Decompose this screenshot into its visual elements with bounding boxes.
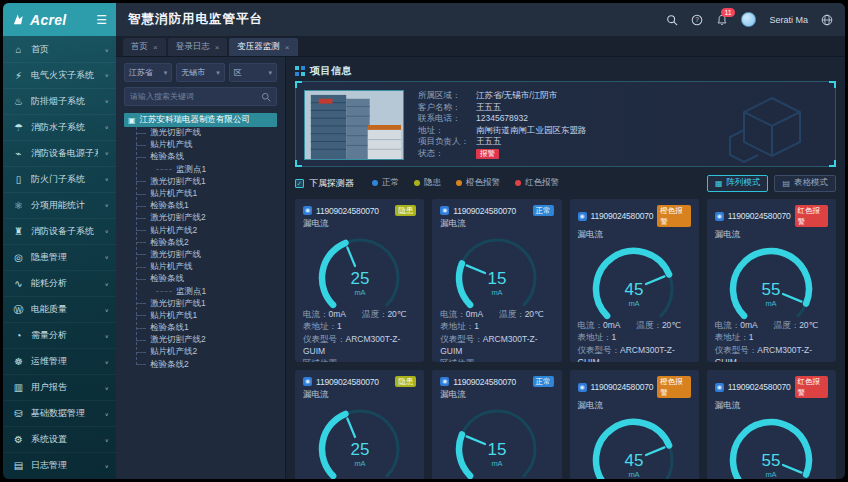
tree-item[interactable]: 检验条线2 [136, 359, 277, 371]
tree-item[interactable]: 贴片机产线 [136, 139, 277, 151]
field-value: 王五五 [476, 102, 502, 114]
tree-item[interactable]: 激光切割产线 [136, 127, 277, 139]
temperature-field: 温度：20℃ [499, 308, 544, 320]
detector-card[interactable]: ◉ 11909024580070 正常 漏电流 15mA 电流：0mA 温度：2… [432, 199, 561, 362]
detector-card[interactable]: ◉ 11909024580070 正常 漏电流 15mA 电流：0mA 温度：2… [432, 370, 561, 479]
tree-item[interactable]: 贴片机产线1 [136, 188, 277, 200]
field-label: 客户名称： [418, 102, 476, 114]
svg-text:15: 15 [487, 440, 506, 459]
sidebar-menu-item[interactable]: ▯ 防火门子系统 ∨ [3, 166, 116, 192]
card-header: ◉ 11909024580070 红色报警 [715, 376, 828, 398]
leakage-gauge: 55mA [715, 410, 827, 479]
tree-item[interactable]: 贴片机产线2 [136, 225, 277, 237]
tab[interactable]: 首页 × [123, 38, 166, 56]
sidebar-menu-item[interactable]: ◎ 隐患管理 ∨ [3, 244, 116, 270]
tree-item[interactable]: 激光切割产线1 [136, 298, 277, 310]
detector-card[interactable]: ◉ 11909024580070 橙色报警 漏电流 45mA 电流：0mA 温度… [570, 370, 699, 479]
status-badge: 隐患 [395, 205, 416, 216]
close-icon[interactable]: × [153, 43, 158, 52]
status-dot [372, 180, 378, 186]
mode-button[interactable]: ▦ 阵列模式 [707, 175, 769, 192]
mode-button[interactable]: ▤ 表格模式 [774, 175, 836, 192]
tree-root-company[interactable]: ▣ 江苏安科瑞电器制造有限公司 [124, 113, 277, 127]
field-value: 江苏省/无锡市/江阴市 [476, 90, 557, 102]
detector-card[interactable]: ◉ 11909024580070 红色报警 漏电流 55mA 电流：0mA 温度… [707, 370, 836, 479]
legend-label: 隐患 [424, 177, 441, 189]
tree-item[interactable]: 监测点1 [136, 285, 277, 297]
sidebar-menu-item[interactable]: ⚛ 分项用能统计 ∨ [3, 192, 116, 218]
detector-card[interactable]: ◉ 11909024580070 隐患 漏电流 25mA 电流：0mA 温度：2… [295, 199, 424, 362]
device-serial: 11909024580070 [728, 382, 791, 392]
tree-item-label: 检验条线2 [150, 359, 189, 371]
search-icon[interactable] [261, 92, 271, 102]
company-icon: ▣ [128, 116, 136, 125]
tab[interactable]: 登录日志 × [168, 38, 228, 56]
tree-item[interactable]: 激光切割产线2 [136, 334, 277, 346]
status-badge: 橙色报警 [657, 205, 690, 227]
sidebar-menu-item[interactable]: ⌁ 消防设备电源子系统 ∨ [3, 140, 116, 166]
table-icon: ▤ [782, 179, 790, 188]
area-field: 区域位置：高低压配电房/高低压配电房/高低压配电房 [303, 357, 416, 362]
tree-item[interactable]: 检验条线2 [136, 237, 277, 249]
tree-item[interactable]: 检验条线1 [136, 322, 277, 334]
leakage-gauge: 15mA [441, 399, 553, 479]
notifications[interactable]: 11 [716, 14, 728, 26]
avatar[interactable] [741, 12, 756, 27]
checkbox-icon[interactable]: ✓ [295, 179, 304, 188]
sidebar-menu-item[interactable]: ⚡ 电气火灾子系统 ∨ [3, 62, 116, 88]
help-icon[interactable]: ? [691, 14, 703, 26]
user-name[interactable]: Serati Ma [769, 15, 808, 25]
device-serial: 11909024580070 [453, 377, 516, 387]
globe-icon[interactable] [821, 14, 833, 26]
tab[interactable]: 变压器监测 × [229, 38, 297, 56]
legend-title: 下属探测器 [309, 177, 354, 190]
tree-item[interactable]: 检验条线 [136, 151, 277, 163]
close-icon[interactable]: × [215, 43, 220, 52]
sidebar-item-label: 消防设备子系统 [31, 225, 98, 238]
sidebar-menu-item[interactable]: ☂ 消防水子系统 ∨ [3, 114, 116, 140]
svg-text:mA: mA [629, 299, 640, 308]
sidebar-menu-item[interactable]: ♜ 消防设备子系统 ∨ [3, 218, 116, 244]
tree-item[interactable]: 激光切割产线2 [136, 212, 277, 224]
sidebar-menu-item[interactable]: ◔ 需量分析 ∨ [3, 322, 116, 348]
sidebar-menu-item[interactable]: ♨ 防排烟子系统 ∨ [3, 88, 116, 114]
close-icon[interactable]: × [285, 43, 290, 52]
svg-text:?: ? [696, 16, 700, 23]
sidebar-menu-item[interactable]: ▥ 用户报告 ∨ [3, 374, 116, 400]
detector-card[interactable]: ◉ 11909024580070 红色报警 漏电流 55mA 电流：0mA 温度… [707, 199, 836, 362]
svg-text:mA: mA [766, 299, 777, 308]
tree-item[interactable]: 激光切割产线 [136, 249, 277, 261]
tree-item[interactable]: 贴片机产线2 [136, 346, 277, 358]
district-select[interactable]: 区▾ [229, 63, 277, 82]
sidebar-menu-item[interactable]: ∿ 能耗分析 ∨ [3, 270, 116, 296]
tree-item[interactable]: 检验条线 [136, 273, 277, 285]
tree-item[interactable]: 贴片机产线1 [136, 310, 277, 322]
detector-card[interactable]: ◉ 11909024580070 橙色报警 漏电流 45mA 电流：0mA 温度… [570, 199, 699, 362]
notification-badge: 11 [721, 8, 734, 17]
sidebar-menu-item[interactable]: ⛁ 基础数据管理 ∨ [3, 400, 116, 426]
city-select[interactable]: 无锡市▾ [176, 63, 224, 82]
search-icon[interactable] [666, 14, 678, 26]
province-select[interactable]: 江苏省▾ [124, 63, 172, 82]
chevron-down-icon: ∨ [105, 177, 109, 183]
card-header: ◉ 11909024580070 隐患 [303, 205, 416, 216]
sidebar-menu-item[interactable]: Ⓦ 电能质量 ∨ [3, 296, 116, 322]
card-details: 电流：0mA 温度：20℃ 表地址：1 仪表型号：ARCM300T-Z-GUIM… [440, 308, 553, 362]
search-input[interactable] [130, 92, 261, 101]
tree-item[interactable]: 检验条线1 [136, 200, 277, 212]
sidebar-menu-item[interactable]: ▤ 日志管理 ∨ [3, 452, 116, 478]
chevron-down-icon: ▾ [216, 69, 220, 77]
sidebar-menu-item[interactable]: ⌂ 首页 ∨ [3, 36, 116, 62]
tree-item[interactable]: 监测点1 [136, 164, 277, 176]
hamburger-menu-icon[interactable]: ☰ [96, 13, 107, 27]
sidebar-menu-item[interactable]: ⚙ 系统设置 ∨ [3, 426, 116, 452]
sidebar-item-label: 首页 [31, 43, 98, 56]
tree-item[interactable]: 激光切割产线1 [136, 176, 277, 188]
corner-decor [295, 81, 302, 88]
sidebar-menu-item[interactable]: ☸ 运维管理 ∨ [3, 348, 116, 374]
detector-card[interactable]: ◉ 11909024580070 隐患 漏电流 25mA 电流：0mA 温度：2… [295, 370, 424, 479]
tree-item[interactable]: 贴片机产线 [136, 261, 277, 273]
chevron-down-icon: ▾ [164, 69, 168, 77]
card-header: ◉ 11909024580070 橙色报警 [578, 205, 691, 227]
status-badge: 正常 [533, 376, 554, 387]
